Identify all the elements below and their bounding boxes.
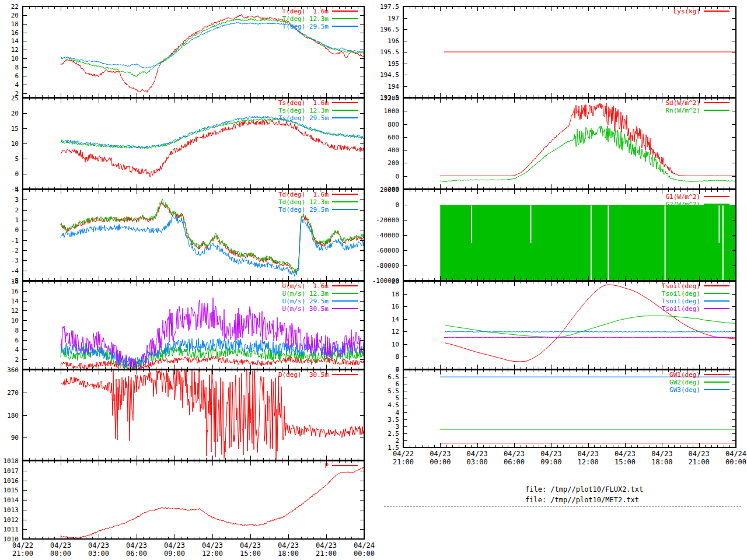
y-tick-label: 18 xyxy=(364,291,399,298)
y-tick-label: 4 xyxy=(0,82,19,88)
y-tick-label: 12 xyxy=(364,328,399,335)
legend-label: GW2(deg) xyxy=(613,379,700,386)
x-tick-time: 21:00 xyxy=(5,550,40,557)
lys-chart xyxy=(403,6,736,97)
y-tick-label: 8 xyxy=(364,354,399,360)
legend-label: G2(W/m^2) xyxy=(613,201,700,205)
legend-line xyxy=(332,465,358,466)
x-tick-date: 04/22 xyxy=(5,542,40,549)
y-tick-label: 20 xyxy=(0,110,19,117)
y-tick-label: -40000 xyxy=(364,232,399,239)
x-tick-date: 04/23 xyxy=(195,542,230,549)
y-tick-label: 800 xyxy=(364,121,399,128)
p-chart xyxy=(23,461,364,539)
plot-border xyxy=(23,461,364,539)
legend-line xyxy=(704,196,729,197)
y-tick-label: 20 xyxy=(0,12,19,19)
x-tick-date: 04/24 xyxy=(718,450,747,457)
g2-w-m-2--legend-line xyxy=(704,204,729,205)
x-tick-time: 21:00 xyxy=(682,459,717,466)
legend-label: Sd(W/m^2) xyxy=(613,100,700,106)
y-tick-label: 3 xyxy=(0,197,19,203)
legend-label: U(m/s) 12.3m xyxy=(241,290,329,297)
legend-label: GW3(deg) xyxy=(613,387,700,393)
x-tick-date: 04/23 xyxy=(157,542,192,549)
y-tick-label: 16 xyxy=(0,30,19,36)
y-tick-label: 3.5 xyxy=(364,416,399,423)
y-tick-label: 14 xyxy=(0,298,19,304)
y-tick-label: 600 xyxy=(364,134,399,141)
series-line-td-2 xyxy=(61,215,364,276)
legend-line xyxy=(332,117,358,118)
legend-line xyxy=(704,389,729,390)
series-line-tsoil-2 xyxy=(445,331,736,332)
legend-line xyxy=(704,374,729,375)
x-tick-date: 04/23 xyxy=(233,542,268,549)
legend-line xyxy=(704,382,729,383)
x-tick-time: 00:00 xyxy=(43,550,78,557)
y-tick-label: 0 xyxy=(364,202,399,208)
x-tick-date: 04/22 xyxy=(386,450,421,457)
plot-page: file: /tmp//plot10/FLUX2.txt file: /tmp/… xyxy=(0,0,747,560)
legend-label: T(deg) 1.6m xyxy=(241,8,329,15)
legend-line xyxy=(704,110,729,111)
y-tick-label: 8 xyxy=(0,327,19,334)
x-tick-time: 15:00 xyxy=(608,459,643,466)
y-tick-label: -4 xyxy=(0,268,19,274)
y-tick-label: 1017 xyxy=(0,468,19,474)
x-tick-time: 21:00 xyxy=(309,550,344,557)
panel-d xyxy=(22,369,365,461)
y-tick-label: 14 xyxy=(364,316,399,323)
legend-label: D(deg) 30.5m xyxy=(241,372,329,378)
legend-label: Tsoil(deg) xyxy=(613,306,700,312)
y-tick-label: 6 xyxy=(0,73,19,79)
y-tick-label: 10 xyxy=(0,317,19,324)
y-tick-label: 194 xyxy=(364,83,399,90)
legend-label: U(m/s) 29.5m xyxy=(241,298,329,304)
legend-label: Ts(deg) 29.5m xyxy=(241,115,329,121)
legend-label: Td(deg) 29.5m xyxy=(241,206,329,213)
x-tick-date: 04/23 xyxy=(644,450,679,457)
y-tick-label: 18 xyxy=(0,21,19,27)
x-tick-date: 04/23 xyxy=(119,542,154,549)
legend-line xyxy=(704,102,729,103)
series-line-tsoil-3 xyxy=(444,337,736,338)
legend-line xyxy=(704,10,729,12)
legend-line xyxy=(332,374,358,375)
legend-line xyxy=(332,300,358,302)
y-tick-label: -2 xyxy=(0,247,19,254)
y-tick-label: -1 xyxy=(0,237,19,244)
y-tick-label: 90 xyxy=(0,435,19,441)
y-tick-label: 8 xyxy=(0,64,19,71)
y-tick-label: 1018 xyxy=(0,458,19,464)
y-tick-label: 7 xyxy=(364,367,399,373)
x-tick-time: 00:00 xyxy=(423,459,458,466)
y-tick-label: 1016 xyxy=(0,478,19,484)
x-tick-date: 04/23 xyxy=(43,542,78,549)
panel-lys xyxy=(403,6,736,98)
y-tick-label: 180 xyxy=(0,412,19,419)
y-tick-label: 2 xyxy=(364,438,399,444)
y-tick-label: 0 xyxy=(0,171,19,177)
x-tick-time: 06:00 xyxy=(119,550,154,557)
legend-label: Rn(W/m^2) xyxy=(613,107,700,114)
y-tick-label: 1000 xyxy=(364,108,399,114)
y-tick-label: 25 xyxy=(0,95,19,102)
y-tick-label: 20000 xyxy=(364,187,399,193)
legend-label: Tsoil(deg) xyxy=(613,283,700,289)
y-tick-label: -60000 xyxy=(364,247,399,254)
legend-line xyxy=(332,194,358,195)
x-tick-date: 04/24 xyxy=(347,542,382,549)
x-tick-time: 18:00 xyxy=(271,550,306,557)
legend-line xyxy=(332,10,358,12)
x-tick-date: 04/23 xyxy=(271,542,306,549)
legend-line xyxy=(332,209,358,210)
y-tick-label: 2 xyxy=(0,207,19,214)
y-tick-label: 194.5 xyxy=(364,72,399,78)
legend-label: T(deg) 29.5m xyxy=(241,23,329,30)
x-tick-date: 04/23 xyxy=(608,450,643,457)
y-tick-label: 1015 xyxy=(0,487,19,494)
y-tick-label: 400 xyxy=(364,147,399,153)
x-tick-date: 04/23 xyxy=(423,450,458,457)
y-tick-label: 2.5 xyxy=(364,430,399,437)
